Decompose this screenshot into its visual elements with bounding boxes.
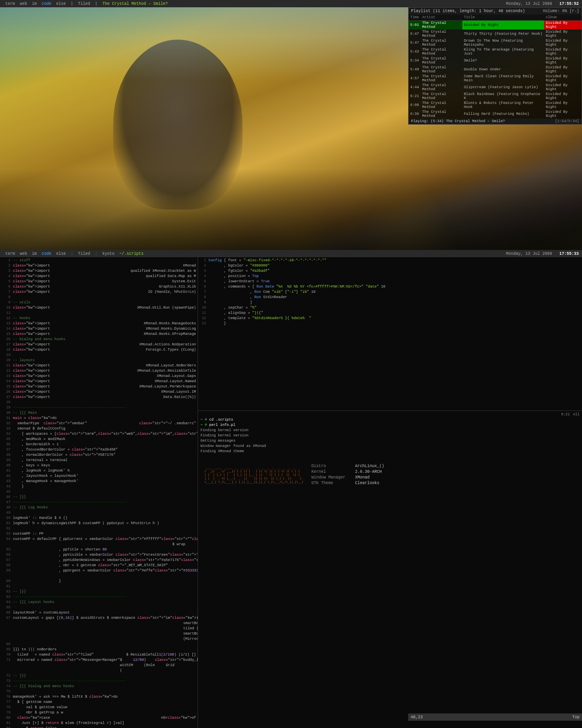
- playlist-row-0[interactable]: 5:01The Crystal MethodDivided By NightDi…: [409, 21, 582, 30]
- code-line-10: 10class="kw">import XMonad.Util.Run (spa…: [0, 305, 198, 311]
- config-editor: 1Config { font = "-misc-fixed-*-*-*-*-10…: [198, 257, 582, 411]
- tab-im[interactable]: im: [30, 2, 39, 6]
- code-line-64: 64-- {{{ Layout hooks: [0, 600, 198, 605]
- playlist-row-3[interactable]: 5:43The Crystal MethodKling To The Wreck…: [409, 47, 582, 56]
- music-player: Playlist (11 items, length: 1 hour, 40 s…: [408, 7, 582, 125]
- tab-else[interactable]: else: [54, 2, 68, 6]
- vignette-bottom: [0, 169, 582, 250]
- mid-window-kyoto: kyoto: [100, 252, 116, 256]
- code-line-32: 32 xmobarPipe class="str">"xmobar" class…: [0, 421, 198, 426]
- top-date: Monday, 13 Jul 2009: [506, 2, 552, 6]
- playlist-header: Playlist (11 items, length: 1 hour, 40 s…: [409, 8, 582, 15]
- cfg-line-11: 11 , alignSep = "}|{": [198, 311, 582, 316]
- code-line-16: 16-- Dialog and menu hooks: [0, 337, 198, 342]
- code-line-3: 3class="kw">import qualified XMonad.Stac…: [0, 269, 198, 274]
- code-line-47: 47--------------------------------------…: [0, 500, 198, 505]
- term-line: Finding XMonad theme: [200, 449, 580, 454]
- term-line: Finding kernel version: [200, 433, 580, 438]
- term-line: Finding kernel version: [200, 428, 580, 433]
- mid-path: ~/.scripts: [117, 252, 146, 256]
- mid-tab-else[interactable]: else: [54, 252, 68, 256]
- code-line-26: 26class="kw">import XMonad.Layout.IM: [0, 389, 198, 395]
- code-line-45: 45: [0, 489, 198, 495]
- top-taskbar: term web im code else | Tiled | The Crys…: [0, 0, 582, 7]
- player-footer: Playing: (5:34) The Crystal Method – Smi…: [409, 119, 582, 124]
- playlist-row-5[interactable]: 5:49The Crystal MethodDouble Down UnderD…: [409, 65, 582, 74]
- playlist-row-8[interactable]: 6:21The Crystal MethodBlack Rainbows (Fe…: [409, 92, 582, 101]
- top-time: 17:55:52: [559, 2, 579, 6]
- now-playing: Playing: (5:34) The Crystal Method – Smi…: [411, 119, 505, 123]
- terminal-time: 9:21: [561, 413, 570, 417]
- col-time: Time: [409, 15, 421, 21]
- tab-term[interactable]: term: [3, 2, 17, 6]
- code-line-48: 48-- {{{ Log Hooks: [0, 505, 198, 510]
- term-line: ~ # cd .scripts: [200, 417, 580, 423]
- code-line-68: 68: [0, 642, 198, 647]
- code-line-41: 41 , logHook = logHook' h: [0, 468, 198, 474]
- code-line-22: 22class="kw">import XMonad.Layout.Resiza…: [0, 368, 198, 374]
- tab-web[interactable]: web: [18, 2, 29, 6]
- playlist-row-2[interactable]: 5:47The Crystal MethodDrown In The Now (…: [409, 38, 582, 47]
- code-line-53: 53customPP :: PP: [0, 531, 198, 537]
- playlist-row-9[interactable]: 6:08The Crystal MethodBlunts & Robots (F…: [409, 101, 582, 110]
- terminal: 9:21 All ~ # cd .scripts~ # perl info.pl…: [198, 411, 582, 728]
- playlist-row-7[interactable]: 4:44The Crystal MethodSlipstream (Featur…: [409, 83, 582, 92]
- code-line-58: 58 , nbr = 3 getAtom class="str">"_NET_W…: [0, 563, 198, 568]
- tab-code[interactable]: code: [40, 2, 53, 6]
- code-line-1: 1-- stuff: [0, 258, 198, 263]
- kernel-row: Kernel 2.6.30-ARCH: [311, 470, 384, 474]
- wm-value: XMonad: [355, 475, 369, 480]
- col-artist: Artist: [421, 15, 462, 21]
- mid-layout: Tiled: [76, 252, 92, 256]
- code-line-42: 42 , layoutHook = layoutHook': [0, 474, 198, 479]
- code-line-8: 8: [0, 295, 198, 300]
- code-line-40: 40 , keys = keys: [0, 463, 198, 468]
- mid-tab-web[interactable]: web: [18, 252, 29, 256]
- vim-position: 40,23: [411, 715, 423, 720]
- code-line-46: 46-- }}}: [0, 495, 198, 500]
- terminal-header: 9:21 All: [200, 413, 580, 417]
- code-line-52: 52: [0, 526, 198, 531]
- code-line-34: 34 { workspaces = [class="str">"term", c…: [0, 432, 198, 437]
- code-line-27: 27class="kw">import Data.Ratio((%)): [0, 395, 198, 400]
- col-album: Album: [544, 15, 582, 21]
- volume-display: Volume: 0% [r-]: [543, 9, 579, 13]
- code-line-78: 78 val $ getAtom value: [0, 705, 198, 710]
- playlist-row-10[interactable]: 6:36The Crystal MethodFalling Hard (Feat…: [409, 110, 582, 119]
- code-line-5: 5class="kw">import System.Exit: [0, 279, 198, 284]
- code-line-60: 60 }: [0, 579, 198, 584]
- cfg-line-13: 13 }: [198, 321, 582, 326]
- code-line-65: 65: [0, 605, 198, 610]
- mid-tab-code[interactable]: code: [40, 252, 53, 256]
- distro-label: Distro: [311, 464, 352, 468]
- cfg-line-8: 8 , Run StdinReader: [198, 295, 582, 300]
- vim-statusline: 40,23 Top: [408, 713, 582, 721]
- code-line-66: 66layoutHook' = customLayout: [0, 610, 198, 616]
- code-line-50: 50logHook' :: Handle $ X (): [0, 516, 198, 521]
- mid-tab-term[interactable]: term: [3, 252, 17, 256]
- code-line-73: 73--------------------------------------…: [0, 679, 198, 684]
- code-line-76: 76manageHook' = ask >>> Mw $ liftX $ cla…: [0, 694, 198, 700]
- playlist-table: Time Artist Title Album 5:01The Crystal …: [409, 15, 582, 119]
- code-line-70: 70 tiled = named class="str">"Tiled" $ R…: [0, 652, 198, 658]
- code-line-57: 57 , ppHiddenNoWindows = xmobarColor cla…: [0, 558, 198, 563]
- playlist-row-6[interactable]: 4:57The Crystal MethodCome Back Clean (F…: [409, 74, 582, 83]
- playlist-row-1[interactable]: 5:47The Crystal MethodThirty Thirty (Fea…: [409, 30, 582, 38]
- sep2: |: [93, 2, 99, 6]
- now-playing-title: The Crystal Method – Smile?: [100, 2, 170, 6]
- code-line-37: 37 , focusedBorderColor = class="str">"#…: [0, 447, 198, 453]
- code-line-39: 39 , terminal = terminal: [0, 458, 198, 463]
- code-line-56: 56 , ppVisible = xmobarColor class="str"…: [0, 552, 198, 558]
- mid-tab-im[interactable]: im: [30, 252, 39, 256]
- terminal-workspace: All: [573, 413, 580, 417]
- code-line-82: 82 _ $ return False: [0, 726, 198, 728]
- top-datetime: Monday, 13 Jul 2009 17:55:52: [506, 2, 579, 6]
- code-lines: 1-- stuff2class="kw">import XMonad3class…: [0, 258, 198, 728]
- sep1: |: [69, 2, 75, 6]
- mid-datetime: Monday, 13 Jul 2009 17:55:33: [506, 252, 579, 256]
- layout-tiled: Tiled: [76, 2, 92, 6]
- playlist-row-4[interactable]: 5:34The Crystal MethodSmile?Divided By N…: [409, 56, 582, 65]
- sys-details: Distro ArchLinux_() Kernel 2.6.30-ARCH W…: [311, 464, 384, 487]
- gtk-value: Clearlooks: [355, 481, 379, 485]
- code-editor: 1-- stuff2class="kw">import XMonad3class…: [0, 257, 198, 728]
